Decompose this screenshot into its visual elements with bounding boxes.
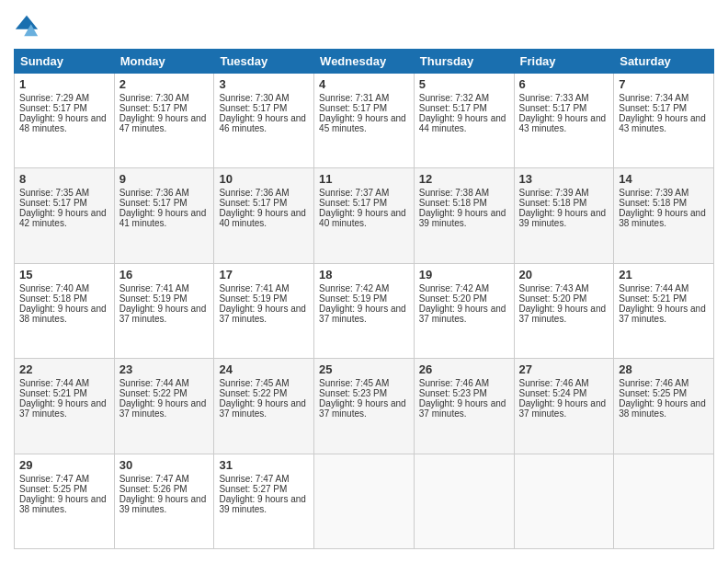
calendar-cell: 4Sunrise: 7:31 AMSunset: 5:17 PMDaylight… [314,74,415,168]
sunrise-text: Sunrise: 7:44 AM [619,283,688,293]
sunrise-text: Sunrise: 7:36 AM [219,188,289,198]
daylight-text: Daylight: 9 hours and 37 minutes. [519,304,607,324]
daylight-text: Daylight: 9 hours and 40 minutes. [219,208,306,228]
sunset-text: Sunset: 5:20 PM [419,293,487,304]
calendar-cell: 29Sunrise: 7:47 AMSunset: 5:25 PMDayligh… [15,454,115,548]
calendar-day-header: Tuesday [214,50,314,74]
calendar-cell: 13Sunrise: 7:39 AMSunset: 5:18 PMDayligh… [514,168,614,263]
daylight-text: Daylight: 9 hours and 37 minutes. [119,398,207,419]
day-number: 7 [619,77,709,91]
daylight-text: Daylight: 9 hours and 38 minutes. [19,494,107,514]
calendar-day-header: Wednesday [314,50,415,74]
svg-marker-0 [16,16,38,29]
calendar-cell: 25Sunrise: 7:45 AMSunset: 5:23 PMDayligh… [314,359,415,454]
sunset-text: Sunset: 5:21 PM [19,388,87,398]
calendar-cell: 22Sunrise: 7:44 AMSunset: 5:21 PMDayligh… [15,359,115,454]
daylight-text: Daylight: 9 hours and 38 minutes. [619,398,706,419]
sunrise-text: Sunrise: 7:32 AM [419,93,489,103]
sunset-text: Sunset: 5:19 PM [119,293,188,304]
sunset-text: Sunset: 5:18 PM [419,198,487,208]
sunrise-text: Sunrise: 7:31 AM [319,93,389,103]
sunset-text: Sunset: 5:17 PM [419,103,487,113]
sunrise-text: Sunrise: 7:39 AM [519,188,589,198]
daylight-text: Daylight: 9 hours and 40 minutes. [319,208,406,228]
calendar-cell: 24Sunrise: 7:45 AMSunset: 5:22 PMDayligh… [214,359,314,454]
sunset-text: Sunset: 5:22 PM [119,388,188,398]
page: SundayMondayTuesdayWednesdayThursdayFrid… [0,0,728,563]
day-number: 1 [19,77,109,91]
day-number: 9 [119,172,210,186]
calendar-cell: 7Sunrise: 7:34 AMSunset: 5:17 PMDaylight… [614,74,714,168]
day-number: 20 [519,268,609,282]
calendar-day-header: Thursday [414,50,514,74]
sunrise-text: Sunrise: 7:47 AM [219,474,289,484]
daylight-text: Daylight: 9 hours and 46 minutes. [219,113,306,133]
sunrise-text: Sunrise: 7:45 AM [319,378,389,388]
sunrise-text: Sunrise: 7:46 AM [519,378,589,388]
calendar-cell: 2Sunrise: 7:30 AMSunset: 5:17 PMDaylight… [114,74,214,168]
sunrise-text: Sunrise: 7:34 AM [619,93,688,103]
calendar-week-row: 1Sunrise: 7:29 AMSunset: 5:17 PMDaylight… [15,74,714,168]
sunset-text: Sunset: 5:17 PM [19,103,87,113]
day-number: 19 [419,268,509,282]
day-number: 25 [319,362,409,376]
calendar-cell: 21Sunrise: 7:44 AMSunset: 5:21 PMDayligh… [614,263,714,358]
calendar-cell: 9Sunrise: 7:36 AMSunset: 5:17 PMDaylight… [114,168,214,263]
sunrise-text: Sunrise: 7:38 AM [419,188,489,198]
sunrise-text: Sunrise: 7:43 AM [519,283,589,293]
logo-icon [14,14,40,40]
day-number: 5 [419,77,509,91]
day-number: 3 [219,77,309,91]
daylight-text: Daylight: 9 hours and 37 minutes. [19,398,107,419]
daylight-text: Daylight: 9 hours and 37 minutes. [119,304,207,324]
sunrise-text: Sunrise: 7:41 AM [119,283,189,293]
sunrise-text: Sunrise: 7:47 AM [119,474,189,484]
sunset-text: Sunset: 5:20 PM [519,293,587,304]
sunrise-text: Sunrise: 7:41 AM [219,283,289,293]
daylight-text: Daylight: 9 hours and 37 minutes. [619,304,706,324]
daylight-text: Daylight: 9 hours and 41 minutes. [119,208,207,228]
sunset-text: Sunset: 5:26 PM [119,484,188,494]
day-number: 2 [119,77,210,91]
day-number: 29 [19,458,109,472]
calendar-cell: 27Sunrise: 7:46 AMSunset: 5:24 PMDayligh… [514,359,614,454]
calendar-week-row: 22Sunrise: 7:44 AMSunset: 5:21 PMDayligh… [15,359,714,454]
day-number: 6 [519,77,609,91]
calendar-cell: 11Sunrise: 7:37 AMSunset: 5:17 PMDayligh… [314,168,415,263]
calendar-cell: 31Sunrise: 7:47 AMSunset: 5:27 PMDayligh… [214,454,314,548]
sunrise-text: Sunrise: 7:44 AM [19,378,89,388]
daylight-text: Daylight: 9 hours and 37 minutes. [219,304,306,324]
day-number: 4 [319,77,409,91]
daylight-text: Daylight: 9 hours and 43 minutes. [619,113,706,133]
calendar-cell: 12Sunrise: 7:38 AMSunset: 5:18 PMDayligh… [414,168,514,263]
calendar-cell: 8Sunrise: 7:35 AMSunset: 5:17 PMDaylight… [15,168,115,263]
sunrise-text: Sunrise: 7:37 AM [319,188,389,198]
day-number: 10 [219,172,309,186]
calendar-week-row: 29Sunrise: 7:47 AMSunset: 5:25 PMDayligh… [15,454,714,548]
daylight-text: Daylight: 9 hours and 37 minutes. [519,398,607,419]
calendar-day-header: Friday [514,50,614,74]
daylight-text: Daylight: 9 hours and 44 minutes. [419,113,506,133]
sunrise-text: Sunrise: 7:45 AM [219,378,289,388]
day-number: 13 [519,172,609,186]
sunset-text: Sunset: 5:19 PM [219,293,287,304]
daylight-text: Daylight: 9 hours and 47 minutes. [119,113,207,133]
calendar-cell: 20Sunrise: 7:43 AMSunset: 5:20 PMDayligh… [514,263,614,358]
sunset-text: Sunset: 5:22 PM [219,388,287,398]
day-number: 8 [19,172,109,186]
daylight-text: Daylight: 9 hours and 37 minutes. [419,304,506,324]
day-number: 11 [319,172,409,186]
day-number: 18 [319,268,409,282]
sunset-text: Sunset: 5:17 PM [619,103,687,113]
sunrise-text: Sunrise: 7:36 AM [119,188,189,198]
calendar-cell [414,454,514,548]
day-number: 21 [619,268,709,282]
sunrise-text: Sunrise: 7:42 AM [319,283,389,293]
daylight-text: Daylight: 9 hours and 37 minutes. [319,304,406,324]
sunrise-text: Sunrise: 7:30 AM [219,93,289,103]
sunset-text: Sunset: 5:17 PM [119,103,188,113]
logo [14,14,43,40]
header [14,14,714,40]
day-number: 27 [519,362,609,376]
sunset-text: Sunset: 5:17 PM [319,198,387,208]
